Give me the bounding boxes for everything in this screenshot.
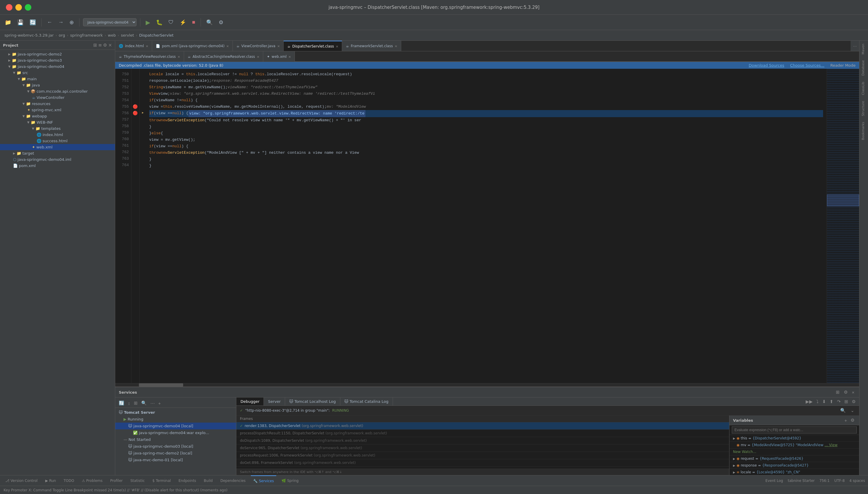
breakpoint-756[interactable]: 🔴 (133, 110, 138, 117)
sidebar-action-close[interactable]: × (108, 42, 112, 48)
breadcrumb-web[interactable]: web (108, 33, 116, 37)
debug-step-over-btn[interactable]: ⤵ (815, 398, 820, 404)
debug-resume-btn[interactable]: ▶▶ (804, 398, 814, 405)
maximize-button[interactable] (25, 4, 31, 11)
breadcrumb-servlet[interactable]: servlet (121, 33, 134, 37)
search-btn[interactable]: 🔍 (204, 18, 215, 27)
tab-close[interactable]: × (336, 44, 338, 49)
stop-btn[interactable]: ■ (190, 18, 197, 26)
tree-item-index-html[interactable]: 🌐 index.html (0, 132, 115, 138)
status-tab-spring[interactable]: 🌿 Spring (279, 475, 301, 486)
var-locale[interactable]: ▶ ≡ locale = {Locale@4590} "zh_CN" (729, 469, 859, 475)
tree-item-main[interactable]: ▼ 📁 main (0, 76, 115, 82)
tab-dispatcherservlet[interactable]: ☕ DispatcherServlet.class × (284, 41, 342, 51)
debug-tab-localhost-log[interactable]: 🐱 Tomcat Localhost Log (285, 398, 340, 405)
tab-close[interactable]: × (226, 44, 229, 48)
svc-demo01[interactable]: 🐱 java-mvc-demo-01 [local] (115, 457, 236, 463)
svc-restart-btn[interactable]: 🔄 (117, 400, 126, 406)
save-btn[interactable]: 💾 (15, 18, 25, 27)
recent-files-btn[interactable]: ⊕ (68, 18, 76, 27)
encoding-label[interactable]: UTF-8 (834, 479, 845, 483)
svc-demo02[interactable]: 🐱 java-spring-mvc-demo2 [local] (115, 450, 236, 457)
tree-item-demo3[interactable]: ▶ 📁 java-springmvc-demo3 (0, 57, 115, 63)
event-log-btn[interactable]: Event Log (765, 479, 783, 483)
var-request[interactable]: ▶ ◉ request = {RequestFacade@5426} (729, 455, 859, 462)
forward-btn[interactable]: → (56, 18, 65, 26)
minimize-button[interactable] (15, 4, 22, 11)
tab-pom-xml[interactable]: 📄 pom.xml (java-springmvc-demo04) × (152, 41, 233, 51)
status-tab-vcs[interactable]: ⎇ Version Control (3, 475, 40, 486)
maven-panel-btn[interactable]: Maven (860, 41, 868, 57)
tree-item-target[interactable]: ▶ 📁 target (0, 150, 115, 156)
svc-demo03[interactable]: 🐱 java-springmvc-demo03 [local] (115, 443, 236, 450)
svc-filter-btn[interactable]: 🔍 (140, 400, 148, 406)
var-settings-btn[interactable]: ⚙ (849, 417, 855, 423)
tree-item-webinf[interactable]: ▼ 📁 WEB-INF (0, 119, 115, 126)
tree-item-java[interactable]: ▼ 📁 java (0, 82, 115, 88)
frames-list[interactable]: ✓ render:1383, DispatcherServlet (org.sp… (236, 422, 729, 469)
thread-expand-btn[interactable]: ⌄ (849, 407, 855, 414)
svc-group-btn[interactable]: ⊞ (133, 400, 139, 406)
tab-close[interactable]: × (288, 55, 291, 59)
svc-tomcat-server[interactable]: 🐱 Tomcat Server (115, 409, 236, 416)
more-tabs-btn[interactable]: ⋯ (851, 41, 859, 51)
eval-expression-input[interactable] (732, 426, 857, 434)
structure-panel-btn[interactable]: Structure (860, 98, 868, 119)
tab-close[interactable]: × (257, 55, 259, 59)
var-response[interactable]: ▶ ◉ response = {ResponseFacade@5427} (729, 462, 859, 469)
debug-tab-server[interactable]: Server (264, 398, 285, 405)
sidebar-action-collapse[interactable]: ≡ (98, 42, 102, 48)
svc-more-btn[interactable]: ⋯ (149, 400, 156, 406)
bookmarks-panel-btn[interactable]: Bookmarks (860, 119, 868, 143)
classlib-panel-btn[interactable]: ClassLib (860, 79, 868, 98)
services-close-btn[interactable]: × (851, 389, 855, 395)
frame-4[interactable]: processRequest:1006, FrameworkServlet (o… (236, 452, 729, 459)
tree-item-web-xml[interactable]: ✦ web.xml (0, 144, 115, 150)
var-mv-view-link[interactable]: ... View (825, 443, 837, 447)
tree-item-controller-pkg[interactable]: ▼ 📦 com.mccode.api.controller (0, 88, 115, 94)
new-watch-link[interactable]: New Watch... (729, 449, 859, 455)
tree-item-success-html[interactable]: 🌐 success.html (0, 138, 115, 144)
frame-1[interactable]: processDispatchResult:1150, DispatcherSe… (236, 430, 729, 437)
tree-item-pom[interactable]: 📄 pom.xml (0, 163, 115, 169)
tab-frameworkservlet[interactable]: ☕ FrameworkServlet.class × (342, 41, 401, 51)
tree-item-webapp[interactable]: ▼ 📁 webapp (0, 113, 115, 119)
choose-sources-link[interactable]: Choose Sources... (790, 63, 824, 68)
profile-btn[interactable]: ⚡ (178, 18, 188, 27)
status-tab-statistic[interactable]: Statistic (128, 475, 147, 486)
sidebar-action-config[interactable]: ⚙ (103, 42, 107, 48)
services-expand-btn[interactable]: ⊞ (835, 389, 841, 395)
status-tab-todo[interactable]: TODO (61, 475, 76, 486)
open-folder-btn[interactable]: 📁 (3, 18, 13, 27)
indent-label[interactable]: 4 spaces (849, 479, 865, 483)
reader-mode-label[interactable]: Reader Mode (830, 63, 855, 68)
debug-eval-btn[interactable]: ⊞ (843, 398, 849, 405)
breadcrumb-org[interactable]: org (59, 33, 65, 37)
debug-btn[interactable]: 🐛 (154, 18, 164, 27)
tree-item-templates[interactable]: ▼ 📁 templates (0, 126, 115, 132)
tab-abstractcaching[interactable]: ☕ AbstractCachingViewResolver.class × (184, 51, 263, 62)
refresh-btn[interactable]: 🔄 (28, 18, 38, 27)
settings-btn[interactable]: ⚙ (217, 18, 225, 27)
download-sources-link[interactable]: Download Sources (749, 63, 784, 68)
status-tab-terminal[interactable]: $ Terminal (150, 475, 173, 486)
tree-item-viewcontroller[interactable]: ☕ ViewController (0, 94, 115, 101)
debug-step-out-btn[interactable]: ⬆ (828, 398, 835, 405)
tree-item-spring-mvc[interactable]: ✦ spring-mvc.xml (0, 107, 115, 113)
code-content[interactable]: Locale locale = this.localeResolver != n… (146, 69, 827, 383)
tree-item-src[interactable]: ▼ 📁 src (0, 70, 115, 76)
thread-filter-btn[interactable]: 🔍 (839, 407, 847, 414)
tab-viewcontroller[interactable]: ☕ ViewController.java × (233, 41, 284, 51)
frame-0[interactable]: ✓ render:1383, DispatcherServlet (org.sp… (236, 422, 729, 430)
frame-2[interactable]: doDispatch:1089, DispatcherServlet (org.… (236, 437, 729, 444)
status-tab-problems[interactable]: ⚠ Problems (79, 475, 105, 486)
var-add-watch-btn[interactable]: + (843, 417, 848, 423)
run-config-selector[interactable]: java-springmvc-demo04 (83, 18, 137, 26)
status-tab-profiler[interactable]: Profiler (108, 475, 125, 486)
debug-tab-debugger[interactable]: Debugger (236, 398, 264, 405)
tab-thymeleaf[interactable]: ☕ ThymeleafViewResolver.class × (115, 51, 184, 62)
tab-close[interactable]: × (395, 44, 397, 48)
debug-step-into-btn[interactable]: ⬇ (821, 398, 827, 405)
services-settings-btn[interactable]: ⚙ (843, 389, 849, 395)
tree-item-demo04[interactable]: ▼ 📁 java-springmvc-demo04 (0, 63, 115, 70)
